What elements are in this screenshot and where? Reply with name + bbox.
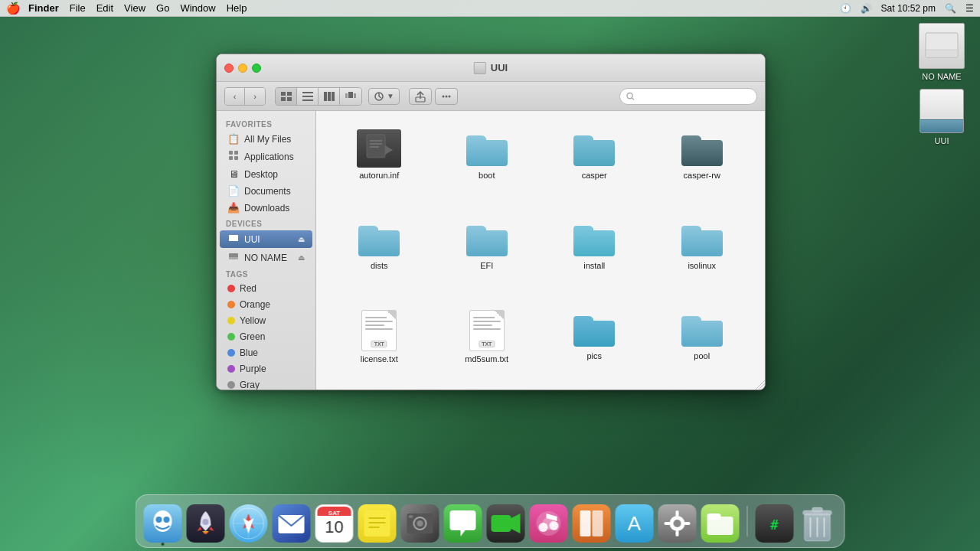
file-dists[interactable]: dists	[328, 214, 430, 298]
sidebar-item-noname[interactable]: NO NAME ⏏	[220, 249, 312, 266]
dock-filemanager[interactable]	[701, 504, 740, 543]
svg-rect-3	[287, 92, 292, 96]
red-label: Red	[240, 283, 256, 294]
dock-stickies[interactable]	[358, 504, 397, 543]
safari-icon	[230, 504, 268, 543]
dock-mail[interactable]	[273, 504, 311, 543]
sidebar-tag-purple[interactable]: Purple	[220, 361, 312, 377]
sidebar-item-desktop[interactable]: 🖥 Desktop	[220, 166, 312, 182]
resize-handle[interactable]	[753, 377, 765, 390]
search-input[interactable]	[638, 92, 750, 101]
menu-go[interactable]: Go	[156, 2, 169, 14]
sidebar-tag-orange[interactable]: Orange	[220, 297, 312, 312]
menu-window[interactable]: Window	[180, 2, 215, 14]
dock-messages[interactable]	[444, 504, 482, 543]
search-icon	[626, 92, 635, 101]
file-efi[interactable]: EFI	[436, 214, 538, 298]
sidebar-tag-red[interactable]: Red	[220, 281, 312, 296]
arrange-button[interactable]: ▼	[368, 88, 400, 105]
noname-drive-icon	[919, 23, 965, 69]
svg-rect-72	[409, 515, 413, 518]
casper-rw-label: casper-rw	[684, 171, 720, 181]
svg-point-20	[445, 95, 447, 97]
desktop-icon-noname[interactable]: NO NAME	[919, 23, 965, 81]
file-install[interactable]: install	[544, 214, 645, 298]
search-box[interactable]	[619, 88, 757, 105]
uui-sidebar-label: UUI	[244, 234, 260, 245]
maximize-button[interactable]	[252, 64, 261, 73]
svg-rect-6	[302, 92, 313, 93]
file-license[interactable]: TXT license.txt	[328, 304, 430, 388]
gray-label: Gray	[240, 380, 260, 390]
back-button[interactable]: ‹	[225, 88, 245, 105]
sidebar-item-uui[interactable]: UUI ⏏	[220, 230, 312, 248]
noname-label: NO NAME	[922, 72, 961, 81]
file-boot[interactable]: boot	[436, 123, 538, 207]
file-autorun[interactable]: autorun.inf	[328, 123, 430, 207]
dock-launchpad[interactable]	[187, 504, 225, 543]
purple-label: Purple	[240, 364, 266, 374]
menu-edit[interactable]: Edit	[96, 2, 113, 14]
apple-menu[interactable]: 🍎	[6, 2, 21, 15]
svg-rect-97	[707, 514, 721, 520]
sidebar-item-applications[interactable]: Applications	[220, 148, 312, 165]
menubar-list-icon[interactable]: ☰	[965, 3, 974, 14]
dock-safari[interactable]	[230, 504, 268, 543]
uui-drive-icon	[920, 89, 964, 133]
file-md5sum[interactable]: TXT md5sum.txt	[436, 304, 538, 388]
view-column-button[interactable]	[318, 88, 340, 105]
view-list-button[interactable]	[297, 88, 318, 105]
sidebar-tag-yellow[interactable]: Yellow	[220, 313, 312, 328]
sidebar-tag-gray[interactable]: Gray	[220, 377, 312, 390]
menu-file[interactable]: File	[70, 2, 86, 14]
view-icon-button[interactable]	[276, 88, 297, 105]
action-button[interactable]	[435, 88, 458, 105]
dock-facetime[interactable]	[487, 504, 525, 543]
stickies-icon	[363, 509, 392, 538]
file-casper-rw[interactable]: casper-rw	[652, 123, 753, 207]
downloads-label: Downloads	[244, 203, 289, 214]
menu-help[interactable]: Help	[227, 2, 247, 14]
dock-ibooks[interactable]	[573, 504, 611, 543]
file-pics[interactable]: pics	[544, 304, 645, 388]
sidebar-tag-blue[interactable]: Blue	[220, 345, 312, 360]
dock-separator	[747, 506, 748, 536]
action-buttons	[409, 88, 458, 105]
dock-trash[interactable]	[799, 504, 837, 543]
menubar-search-icon[interactable]: 🔍	[945, 3, 956, 14]
dock-itunes[interactable]	[530, 504, 568, 543]
close-button[interactable]	[224, 64, 234, 73]
dock-finder[interactable]	[144, 504, 182, 543]
file-casper[interactable]: casper	[544, 123, 645, 207]
sidebar-tag-green[interactable]: Green	[220, 329, 312, 344]
file-pool[interactable]: pool	[652, 304, 753, 388]
svg-rect-75	[492, 515, 511, 532]
dock-sysprefs[interactable]	[658, 504, 697, 543]
noname-eject-icon[interactable]: ⏏	[298, 253, 305, 262]
forward-button[interactable]: ›	[245, 88, 265, 105]
file-grid: autorun.inf	[316, 111, 765, 390]
sidebar-item-downloads[interactable]: 📥 Downloads	[220, 200, 312, 216]
photos-icon	[401, 504, 439, 543]
file-isolinux[interactable]: isolinux	[652, 214, 753, 298]
sidebar-item-documents[interactable]: 📄 Documents	[220, 183, 312, 199]
dock-appstore[interactable]: A	[616, 504, 654, 543]
dock-numbers[interactable]: #	[756, 504, 794, 543]
dock-photos[interactable]	[401, 504, 439, 543]
view-coverflow-button[interactable]	[340, 88, 361, 105]
noname-sidebar-label: NO NAME	[244, 253, 287, 263]
sidebar-item-all-my-files[interactable]: 📋 All My Files	[220, 131, 312, 147]
favorites-header: FAVORITES	[217, 117, 315, 130]
uui-eject-icon[interactable]: ⏏	[298, 235, 305, 243]
efi-folder-icon	[465, 220, 509, 258]
ibooks-icon	[573, 504, 611, 543]
menu-view[interactable]: View	[124, 2, 145, 14]
share-button[interactable]	[409, 88, 432, 105]
dock-calendar[interactable]: SAT 10	[315, 504, 354, 543]
casper-rw-folder-icon	[680, 129, 724, 168]
svg-rect-5	[287, 97, 292, 101]
menu-finder[interactable]: Finder	[28, 2, 59, 14]
menubar-clock-icon: 🕙	[840, 3, 851, 14]
desktop-icon-uui[interactable]: UUI	[920, 89, 964, 145]
minimize-button[interactable]	[238, 64, 247, 73]
